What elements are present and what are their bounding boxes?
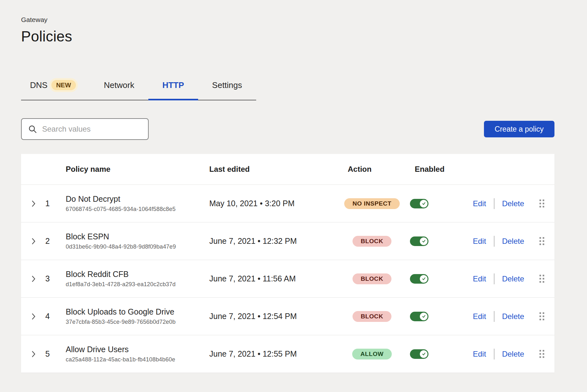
policies-table: Policy name Last edited Action Enabled 1… [21,154,554,373]
toolbar: Create a policy [21,118,554,140]
policy-name: Block Uploads to Google Drive [66,307,209,316]
tab-network-label: Network [104,80,134,90]
tab-settings-label: Settings [212,80,242,90]
drag-handle-icon[interactable] [539,350,544,358]
link-divider [494,311,494,322]
table-row: 2 Block ESPN 0d31be6c-9b90-48a4-92b8-9d8… [21,222,554,260]
edit-link[interactable]: Edit [473,350,486,359]
edit-link[interactable]: Edit [473,237,486,246]
chevron-right-icon [31,200,36,208]
table-row: 5 Allow Drive Users ca25a488-112a-45ac-b… [21,335,554,373]
policy-name: Block ESPN [66,232,209,241]
tab-http-label: HTTP [162,80,184,90]
tab-dns[interactable]: DNS NEW [21,80,90,100]
enabled-toggle[interactable] [410,236,428,246]
create-policy-button[interactable]: Create a policy [484,121,554,137]
check-icon [421,352,426,356]
expand-row-button[interactable] [21,237,45,245]
column-header-last-edited: Last edited [209,165,340,174]
policy-uuid: 67068745-c075-4685-934a-1064f588c8e5 [66,206,209,213]
action-badge: BLOCK [353,311,392,322]
edit-link[interactable]: Edit [473,199,486,208]
toggle-knob [420,350,427,358]
expand-row-button[interactable] [21,312,45,321]
toggle-knob [420,313,427,320]
last-edited: June 7, 2021 • 12:32 PM [209,236,340,246]
column-header-policy-name: Policy name [66,165,209,174]
policy-name: Do Not Decrypt [66,194,209,204]
chevron-right-icon [31,350,36,358]
enabled-toggle[interactable] [410,312,428,321]
table-row: 4 Block Uploads to Google Drive 37e7cbfa… [21,297,554,335]
row-index: 1 [45,199,66,208]
policy-uuid: 0d31be6c-9b90-48a4-92b8-9d8f09ba47e9 [66,243,209,250]
toggle-knob [420,200,427,207]
tab-settings[interactable]: Settings [198,80,256,100]
check-icon [421,201,426,206]
drag-handle-icon[interactable] [539,200,544,207]
row-index: 4 [45,312,66,321]
expand-row-button[interactable] [21,275,45,283]
enabled-toggle[interactable] [410,349,428,359]
policy-uuid: d1ef8a7d-3eb1-4728-a293-ea120c2cb37d [66,281,209,288]
tab-http[interactable]: HTTP [148,80,198,100]
edit-link[interactable]: Edit [473,274,486,283]
row-index: 2 [45,236,66,246]
toggle-knob [420,275,427,283]
check-icon [421,239,426,243]
table-row: 3 Block Reddit CFB d1ef8a7d-3eb1-4728-a2… [21,260,554,297]
row-index: 5 [45,349,66,359]
link-divider [494,349,494,359]
page-content: Gateway Policies DNS NEW Network HTTP Se… [0,16,554,373]
policy-name: Allow Drive Users [66,345,209,354]
chevron-right-icon [31,275,36,283]
policy-uuid: 37e7cbfa-85b3-45ce-9e89-7656b0d72e0b [66,319,209,325]
delete-link[interactable]: Delete [502,350,524,359]
policy-uuid: ca25a488-112a-45ac-ba1b-fb4108b4b60e [66,356,209,363]
tab-dns-label: DNS [30,80,48,90]
search-icon [28,125,37,134]
check-icon [421,276,426,281]
last-edited: June 7, 2021 • 11:56 AM [209,274,340,283]
action-badge: BLOCK [353,273,392,284]
search-input[interactable] [42,125,142,134]
search-box[interactable] [21,118,149,140]
drag-handle-icon[interactable] [539,312,544,320]
edit-link[interactable]: Edit [473,312,486,321]
expand-row-button[interactable] [21,350,45,358]
column-header-action: Action [340,165,404,174]
delete-link[interactable]: Delete [502,237,524,246]
toggle-knob [420,237,427,245]
action-badge: NO INSPECT [344,198,400,209]
chevron-right-icon [31,237,36,245]
enabled-toggle[interactable] [410,274,428,284]
action-badge: ALLOW [352,349,392,359]
new-badge: NEW [51,80,76,90]
link-divider [494,236,494,247]
expand-row-button[interactable] [21,200,45,208]
table-row: 1 Do Not Decrypt 67068745-c075-4685-934a… [21,185,554,222]
table-body: 1 Do Not Decrypt 67068745-c075-4685-934a… [21,185,554,373]
drag-handle-icon[interactable] [539,275,544,283]
tab-bar: DNS NEW Network HTTP Settings [21,80,256,100]
last-edited: June 7, 2021 • 12:54 PM [209,312,340,321]
delete-link[interactable]: Delete [502,199,524,208]
delete-link[interactable]: Delete [502,312,524,321]
drag-handle-icon[interactable] [539,237,544,245]
link-divider [494,198,494,209]
chevron-right-icon [31,312,36,321]
tab-network[interactable]: Network [90,80,148,100]
policy-name: Block Reddit CFB [66,270,209,279]
last-edited: June 7, 2021 • 12:55 PM [209,349,340,359]
link-divider [494,273,494,284]
column-header-enabled: Enabled [404,165,442,174]
action-badge: BLOCK [353,236,392,247]
delete-link[interactable]: Delete [502,274,524,283]
check-icon [421,314,426,319]
table-header-row: Policy name Last edited Action Enabled [21,154,554,185]
breadcrumb: Gateway [21,16,554,24]
last-edited: May 10, 2021 • 3:20 PM [209,199,340,208]
row-index: 3 [45,274,66,283]
enabled-toggle[interactable] [410,199,428,208]
page-title: Policies [21,28,554,45]
